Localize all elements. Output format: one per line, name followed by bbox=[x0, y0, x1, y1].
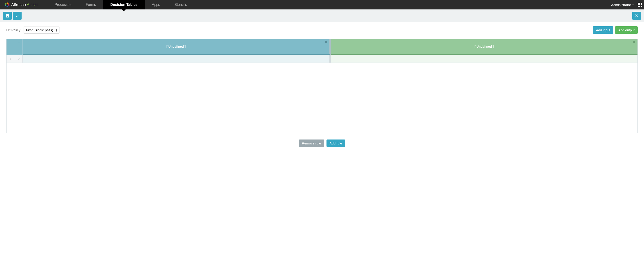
row-number: 1 bbox=[6, 55, 15, 63]
output-cell[interactable] bbox=[331, 55, 638, 63]
save-icon bbox=[5, 14, 10, 18]
check-icon bbox=[17, 41, 20, 45]
brand[interactable]: Alfresco Activiti bbox=[4, 2, 38, 8]
hit-policy-select[interactable]: First (Single pass) bbox=[24, 27, 60, 34]
check-icon bbox=[15, 14, 20, 18]
svg-point-1 bbox=[8, 3, 10, 5]
input-column-header[interactable]: [ Undefined ] bbox=[23, 39, 331, 55]
row-check bbox=[15, 55, 23, 63]
brand-logo-icon bbox=[4, 2, 10, 8]
nav-tab-processes[interactable]: Processes bbox=[48, 0, 79, 10]
user-name: Administrator bbox=[611, 3, 631, 7]
delete-input-column-button[interactable] bbox=[324, 40, 328, 44]
editor-toolbar bbox=[0, 10, 644, 22]
delete-output-column-button[interactable] bbox=[632, 40, 636, 44]
hit-policy-select-wrap: First (Single pass) ▲▼ bbox=[24, 27, 60, 34]
top-navbar: Alfresco Activiti Processes Forms Decisi… bbox=[0, 0, 644, 10]
output-column-label: [ Undefined ] bbox=[474, 45, 494, 48]
add-output-button[interactable]: Add output bbox=[615, 26, 638, 34]
svg-point-2 bbox=[8, 5, 10, 6]
trash-icon bbox=[632, 40, 636, 44]
footer-actions: Remove rule Add rule bbox=[0, 137, 644, 154]
nav-tab-stencils[interactable]: Stencils bbox=[167, 0, 194, 10]
nav-right: Administrator bbox=[611, 3, 642, 7]
input-column-label: [ Undefined ] bbox=[166, 45, 186, 48]
add-rule-button[interactable]: Add rule bbox=[326, 140, 345, 147]
close-editor-button[interactable] bbox=[632, 12, 641, 20]
remove-rule-button[interactable]: Remove rule bbox=[299, 140, 324, 147]
decision-table: [ Undefined ] [ Undefined ] 1 bbox=[6, 39, 638, 133]
svg-point-3 bbox=[6, 6, 8, 7]
hit-policy-label: Hit Policy: bbox=[6, 28, 21, 32]
controls-row: Hit Policy: First (Single pass) ▲▼ Add i… bbox=[0, 22, 644, 37]
input-cell[interactable] bbox=[23, 55, 331, 63]
add-input-button[interactable]: Add input bbox=[593, 26, 613, 34]
svg-point-4 bbox=[5, 5, 6, 6]
table-row[interactable]: 1 bbox=[6, 55, 638, 63]
nav-tab-decision-tables[interactable]: Decision Tables bbox=[103, 0, 145, 10]
svg-point-5 bbox=[5, 3, 6, 5]
controls-right: Add input Add output bbox=[593, 26, 638, 34]
check-icon bbox=[17, 57, 20, 61]
brand-name-1: Alfresco bbox=[11, 3, 26, 7]
output-column-header[interactable]: [ Undefined ] bbox=[331, 39, 638, 55]
nav-tab-apps[interactable]: Apps bbox=[145, 0, 167, 10]
header-corner bbox=[6, 39, 15, 55]
svg-point-0 bbox=[6, 3, 8, 4]
trash-icon bbox=[324, 40, 328, 44]
apps-grid-icon[interactable] bbox=[638, 3, 642, 7]
nav-tabs: Processes Forms Decision Tables Apps Ste… bbox=[48, 0, 194, 10]
close-icon bbox=[634, 14, 639, 18]
nav-tab-forms[interactable]: Forms bbox=[79, 0, 103, 10]
header-check-col bbox=[15, 39, 23, 55]
user-menu[interactable]: Administrator bbox=[611, 3, 634, 7]
brand-text: Alfresco Activiti bbox=[11, 3, 38, 7]
save-button[interactable] bbox=[3, 12, 12, 20]
validate-button[interactable] bbox=[13, 12, 22, 20]
decision-table-header: [ Undefined ] [ Undefined ] bbox=[6, 39, 638, 55]
brand-name-2: Activiti bbox=[27, 3, 38, 7]
chevron-down-icon bbox=[632, 3, 634, 7]
